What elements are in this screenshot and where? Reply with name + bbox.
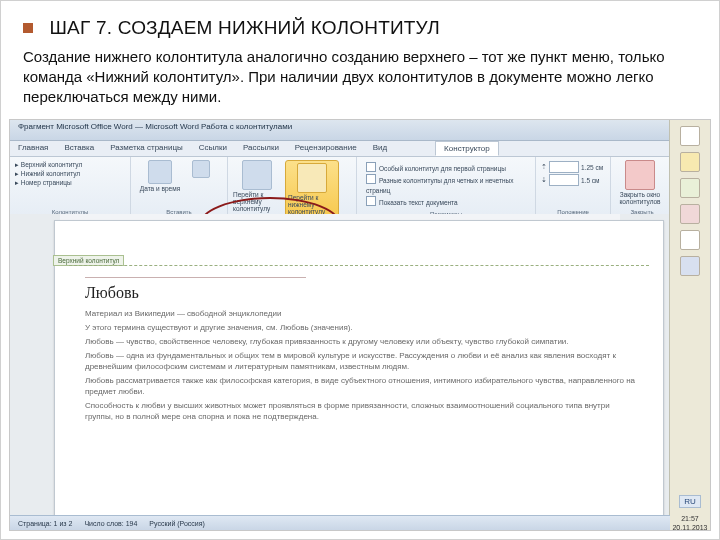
bullet-icon [23,23,33,33]
goto-footer-icon [297,163,327,193]
tray-icon[interactable] [680,256,700,276]
goto-header-icon [242,160,272,190]
goto-footer-button[interactable]: Перейти к нижнему колонтитулу [285,160,339,218]
header-boundary [69,265,649,266]
status-words: Число слов: 194 [84,520,137,527]
tray-icon[interactable] [680,126,700,146]
tab-review[interactable]: Рецензирование [287,141,365,156]
page: Верхний колонтитул Любовь Материал из Ви… [54,220,664,516]
tab-layout[interactable]: Разметка страницы [102,141,191,156]
tab-home[interactable]: Главная [10,141,56,156]
close-icon [625,160,655,190]
slide-body: Создание нижнего колонтитула аналогично … [1,45,719,113]
tab-mailings[interactable]: Рассылки [235,141,287,156]
tab-references[interactable]: Ссылки [191,141,235,156]
system-tray: RU 21:5720.11.2013 [669,120,710,531]
doc-heading: Любовь [85,284,637,302]
header-from-top[interactable]: ⇡1.25 см [541,161,605,173]
footer-button[interactable]: ▸ Нижний колонтитул [15,169,82,178]
tray-icon[interactable] [680,152,700,172]
window-titlebar: Фрагмент Microsoft Office Word — Microso… [10,120,710,141]
ribbon: ▸ Верхний колонтитул ▸ Нижний колонтитул… [10,157,710,218]
statusbar: Страница: 1 из 2 Число слов: 194 Русский… [10,515,670,530]
slide-title: ШАГ 7. СОЗДАЕМ НИЖНИЙ КОЛОНТИТУЛ [49,17,439,39]
ribbon-tabs: Главная Вставка Разметка страницы Ссылки… [10,141,710,157]
header-button[interactable]: ▸ Верхний колонтитул [15,160,82,169]
document-area: Верхний колонтитул Любовь Материал из Ви… [10,214,670,516]
page-number-button[interactable]: ▸ Номер страницы [15,178,82,187]
close-hf-button[interactable]: Закрыть окно колонтитулов [616,160,664,205]
picture-button[interactable] [188,160,214,192]
tab-insert[interactable]: Вставка [56,141,102,156]
word-screenshot: Фрагмент Microsoft Office Word — Microso… [9,119,711,531]
opt-odd-even[interactable]: Разные колонтитулы для четных и нечетных… [366,174,526,196]
tab-hf-design[interactable]: Конструктор [435,141,499,156]
opt-first-page[interactable]: Особый колонтитул для первой страницы [366,162,526,174]
tab-view[interactable]: Вид [365,141,395,156]
tray-lang[interactable]: RU [679,495,701,508]
footer-from-bottom[interactable]: ⇣1.5 см [541,174,605,186]
tray-icon[interactable] [680,178,700,198]
opt-show-doc[interactable]: Показать текст документа [366,196,526,208]
doc-subtitle: Материал из Википедии — свободной энцикл… [85,308,637,319]
tray-icon[interactable] [680,230,700,250]
datetime-button[interactable]: Дата и время [136,160,184,192]
tray-clock: 21:5720.11.2013 [672,514,707,531]
goto-header-button[interactable]: Перейти к верхнему колонтитулу [233,160,281,218]
status-lang: Русский (Россия) [149,520,205,527]
tray-icon[interactable] [680,204,700,224]
status-page: Страница: 1 из 2 [18,520,72,527]
